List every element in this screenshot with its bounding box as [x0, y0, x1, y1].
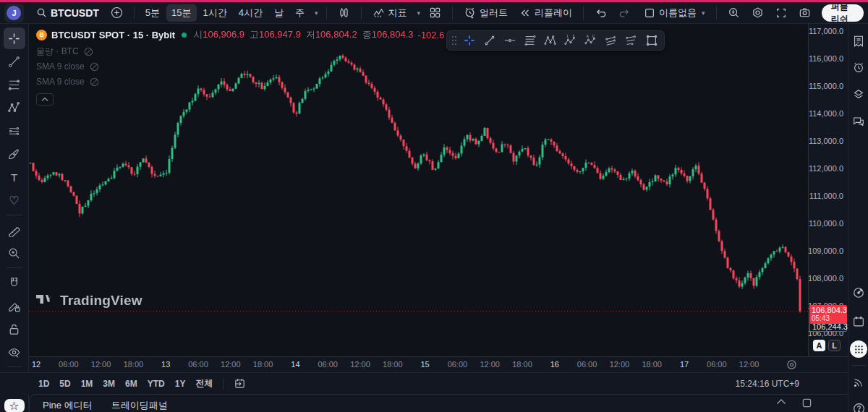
price-axis[interactable]: 106,804.3 05:43 106,244.3 A L 117,000.01…: [808, 24, 848, 356]
publish-button[interactable]: 퍼블리쉬: [822, 4, 864, 22]
eye-hidden-icon[interactable]: [89, 77, 100, 87]
indicators-icon: [373, 7, 385, 19]
legend-row-sma2[interactable]: SMA 9 close: [36, 77, 483, 87]
range-button-1M[interactable]: 1M: [76, 377, 98, 390]
tool-pattern-button[interactable]: [4, 97, 25, 119]
float-trend-line-button[interactable]: [480, 32, 499, 49]
float-xabcd-pattern-button[interactable]: [541, 32, 560, 49]
price-tick-label: 117,000.0: [809, 27, 843, 35]
tool-text-button[interactable]: T: [4, 166, 25, 188]
bottom-panel: Pine 에디터 트레이딩패널: [29, 394, 848, 412]
time-tick-label: 18:00: [253, 360, 273, 369]
redo-button[interactable]: [613, 4, 636, 22]
fullscreen-button[interactable]: [770, 4, 792, 22]
compare-add-button[interactable]: [106, 4, 128, 22]
watchlist-button[interactable]: [850, 33, 867, 50]
range-button-6M[interactable]: 6M: [120, 377, 142, 390]
float-disjoint-channel-button[interactable]: [622, 32, 641, 49]
float-crosshair-button[interactable]: [460, 32, 479, 49]
date-range-toolbar: 1D5D1M3M6MYTD1Y전체 15:24:16 UTC+9: [0, 372, 868, 394]
snapshot-button[interactable]: [793, 4, 816, 22]
time-tick-label: 12:00: [91, 360, 111, 369]
chat-button[interactable]: [850, 113, 867, 130]
toolbar-separator: [716, 7, 717, 20]
signal-status-icon[interactable]: [850, 374, 867, 391]
alert-button[interactable]: 얼러트: [459, 4, 513, 22]
calendar-button[interactable]: [850, 313, 867, 330]
quick-search-icon: [728, 7, 740, 19]
range-button-5D[interactable]: 5D: [54, 377, 75, 390]
drag-handle-icon[interactable]: [450, 35, 459, 46]
drawing-mode-lock-button[interactable]: [4, 295, 25, 317]
magnet-mode-button[interactable]: [4, 272, 25, 293]
tool-prediction-button[interactable]: [4, 120, 25, 142]
float-abc-wave-button[interactable]: AC: [582, 32, 600, 49]
legend-row-sma1[interactable]: SMA 9 close: [36, 61, 483, 72]
eye-hidden-icon[interactable]: [89, 61, 100, 72]
timeframe-button-4시간[interactable]: 4시간: [234, 4, 268, 22]
last-price-value: 106,804.3: [812, 306, 845, 314]
fullscreen-icon: [775, 7, 787, 19]
timeframe-button-날[interactable]: 날: [269, 4, 289, 22]
undo-button[interactable]: [590, 4, 612, 22]
range-button-전체[interactable]: 전체: [190, 376, 218, 391]
lock-drawings-button[interactable]: [4, 318, 25, 340]
timeframe-button-주[interactable]: 주: [290, 4, 310, 22]
price-tick-label: 114,000.0: [809, 109, 843, 118]
float-fib-retracement-button[interactable]: [521, 32, 540, 49]
tab-trading-panel[interactable]: 트레이딩패널: [111, 399, 168, 412]
target-button[interactable]: [850, 284, 867, 301]
tool-trend-line-button[interactable]: [4, 51, 25, 72]
indicator-templates-button[interactable]: ▾: [414, 4, 423, 22]
range-button-1D[interactable]: 1D: [33, 377, 54, 390]
range-button-1Y[interactable]: 1Y: [170, 377, 191, 390]
panel-maximize-icon[interactable]: [802, 398, 812, 408]
tool-measure-button[interactable]: [4, 219, 25, 241]
apps-grid-button[interactable]: [850, 340, 867, 358]
auto-scale-button[interactable]: A: [813, 340, 825, 351]
range-button-3M[interactable]: 3M: [98, 377, 120, 390]
timeframe-button-15분[interactable]: 15분: [166, 4, 196, 22]
settings-button[interactable]: [746, 4, 769, 22]
eye-hidden-icon[interactable]: [83, 46, 94, 57]
replay-button[interactable]: 리플레이: [514, 4, 577, 22]
tool-zoom-in-button[interactable]: [4, 242, 25, 264]
layout-name-button[interactable]: 이름없음 ▾: [639, 4, 710, 22]
favorites-toolbar-button[interactable]: ☆: [4, 399, 25, 412]
go-to-date-button[interactable]: [229, 376, 251, 391]
log-scale-button[interactable]: L: [828, 340, 841, 351]
legend-collapse-button[interactable]: [36, 93, 54, 106]
chart-style-button[interactable]: [333, 4, 355, 22]
indicators-button[interactable]: 지표: [367, 4, 412, 22]
timeframe-button-5분[interactable]: 5분: [140, 4, 165, 22]
quick-search-button[interactable]: [723, 4, 745, 22]
float-rectangle-button[interactable]: [642, 32, 661, 49]
chart-pane[interactable]: B BTCUSDT SPOT · 15 · Bybit 시106,906.9고1…: [29, 24, 808, 356]
panel-expand-icon[interactable]: [776, 398, 786, 408]
range-button-YTD[interactable]: YTD: [142, 377, 170, 390]
tab-pine-editor[interactable]: Pine 에디터: [43, 399, 93, 412]
tool-fib-button[interactable]: [4, 74, 25, 95]
layout-grid-button[interactable]: [424, 4, 446, 22]
timeframe-menu-button[interactable]: ▾: [311, 4, 320, 22]
symbol-search-button[interactable]: BTCUSDT: [31, 4, 104, 22]
help-button[interactable]: [850, 400, 867, 412]
clock-timezone-button[interactable]: 15:24:16 UTC+9: [736, 379, 799, 389]
float-parallel-channel-button[interactable]: [602, 32, 621, 49]
tool-brush-button[interactable]: [4, 143, 25, 165]
alerts-panel-button[interactable]: [850, 59, 867, 77]
scroll-to-realtime-icon[interactable]: [786, 359, 797, 370]
hide-drawings-button[interactable]: [4, 341, 25, 363]
float-elliott-wave-button[interactable]: 15: [561, 32, 580, 49]
tool-emoji-button[interactable]: ♡: [4, 189, 25, 211]
time-tick-label: 18:00: [383, 360, 403, 369]
object-tree-button[interactable]: [850, 86, 867, 103]
time-axis[interactable]: 1206:0012:0018:001306:0012:0018:001406:0…: [29, 356, 848, 372]
legend-title[interactable]: BTCUSDT SPOT · 15 · Bybit: [51, 30, 175, 40]
tradingview-app: J BTCUSDT 5분15분1시간4시간날주 ▾ 지표: [0, 0, 868, 412]
timeframe-button-1시간[interactable]: 1시간: [198, 4, 232, 22]
tool-crosshair-button[interactable]: [4, 27, 25, 49]
user-menu-button[interactable]: J: [4, 4, 24, 22]
float-horizontal-line-button[interactable]: [501, 32, 519, 49]
legend-row-volume[interactable]: 물량 · BTC: [36, 46, 483, 56]
